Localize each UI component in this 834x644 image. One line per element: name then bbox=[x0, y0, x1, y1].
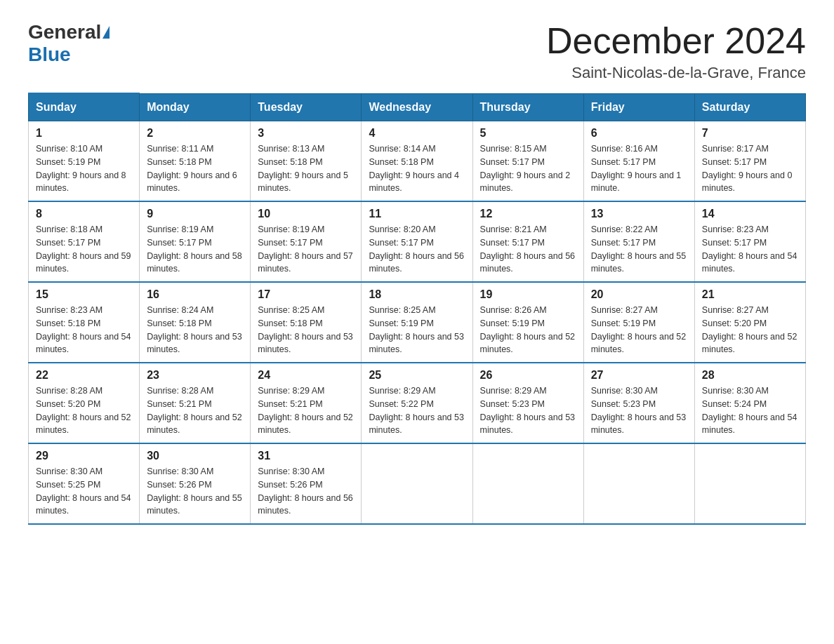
calendar-cell: 4 Sunrise: 8:14 AMSunset: 5:18 PMDayligh… bbox=[362, 121, 472, 202]
calendar-cell: 12 Sunrise: 8:21 AMSunset: 5:17 PMDaylig… bbox=[472, 201, 583, 282]
day-number: 9 bbox=[147, 208, 243, 220]
day-info: Sunrise: 8:24 AMSunset: 5:18 PMDaylight:… bbox=[147, 305, 242, 354]
day-number: 15 bbox=[36, 288, 132, 301]
calendar-cell: 17 Sunrise: 8:25 AMSunset: 5:18 PMDaylig… bbox=[251, 282, 362, 363]
calendar-cell bbox=[694, 443, 805, 524]
header-saturday: Saturday bbox=[694, 93, 805, 121]
day-info: Sunrise: 8:27 AMSunset: 5:20 PMDaylight:… bbox=[702, 305, 797, 354]
day-info: Sunrise: 8:16 AMSunset: 5:17 PMDaylight:… bbox=[591, 144, 682, 193]
calendar-cell: 30 Sunrise: 8:30 AMSunset: 5:26 PMDaylig… bbox=[140, 443, 251, 524]
day-info: Sunrise: 8:30 AMSunset: 5:24 PMDaylight:… bbox=[702, 386, 797, 435]
calendar-cell: 21 Sunrise: 8:27 AMSunset: 5:20 PMDaylig… bbox=[694, 282, 805, 363]
calendar-cell: 31 Sunrise: 8:30 AMSunset: 5:26 PMDaylig… bbox=[251, 443, 362, 524]
day-number: 27 bbox=[591, 369, 687, 382]
calendar-cell: 20 Sunrise: 8:27 AMSunset: 5:19 PMDaylig… bbox=[583, 282, 694, 363]
calendar-cell: 7 Sunrise: 8:17 AMSunset: 5:17 PMDayligh… bbox=[694, 121, 805, 202]
calendar-cell bbox=[472, 443, 583, 524]
day-number: 8 bbox=[36, 208, 132, 220]
location-subtitle: Saint-Nicolas-de-la-Grave, France bbox=[546, 64, 806, 82]
calendar-cell: 27 Sunrise: 8:30 AMSunset: 5:23 PMDaylig… bbox=[583, 363, 694, 443]
header-thursday: Thursday bbox=[472, 93, 583, 121]
day-info: Sunrise: 8:30 AMSunset: 5:25 PMDaylight:… bbox=[36, 467, 131, 516]
day-number: 12 bbox=[480, 208, 576, 220]
header-tuesday: Tuesday bbox=[251, 93, 362, 121]
calendar-cell: 1 Sunrise: 8:10 AMSunset: 5:19 PMDayligh… bbox=[29, 121, 140, 202]
weekday-header-row: Sunday Monday Tuesday Wednesday Thursday… bbox=[29, 93, 806, 121]
day-info: Sunrise: 8:25 AMSunset: 5:19 PMDaylight:… bbox=[369, 305, 464, 354]
month-title: December 2024 bbox=[546, 21, 806, 61]
calendar-cell: 16 Sunrise: 8:24 AMSunset: 5:18 PMDaylig… bbox=[140, 282, 251, 363]
calendar-week-3: 15 Sunrise: 8:23 AMSunset: 5:18 PMDaylig… bbox=[29, 282, 806, 363]
day-number: 11 bbox=[369, 208, 465, 220]
day-info: Sunrise: 8:29 AMSunset: 5:23 PMDaylight:… bbox=[480, 386, 576, 435]
day-info: Sunrise: 8:19 AMSunset: 5:17 PMDaylight:… bbox=[258, 224, 353, 274]
day-number: 5 bbox=[480, 127, 576, 140]
day-number: 31 bbox=[258, 450, 354, 462]
calendar-cell: 29 Sunrise: 8:30 AMSunset: 5:25 PMDaylig… bbox=[29, 443, 140, 524]
header-friday: Friday bbox=[583, 93, 694, 121]
day-number: 13 bbox=[591, 208, 687, 220]
day-number: 20 bbox=[591, 288, 687, 301]
day-number: 26 bbox=[480, 369, 576, 382]
calendar-cell: 11 Sunrise: 8:20 AMSunset: 5:17 PMDaylig… bbox=[362, 201, 472, 282]
day-number: 17 bbox=[258, 288, 354, 301]
calendar-cell: 19 Sunrise: 8:26 AMSunset: 5:19 PMDaylig… bbox=[472, 282, 583, 363]
logo-triangle-icon bbox=[102, 26, 110, 39]
calendar-week-5: 29 Sunrise: 8:30 AMSunset: 5:25 PMDaylig… bbox=[29, 443, 806, 524]
day-info: Sunrise: 8:30 AMSunset: 5:26 PMDaylight:… bbox=[147, 467, 242, 516]
calendar-cell: 18 Sunrise: 8:25 AMSunset: 5:19 PMDaylig… bbox=[362, 282, 472, 363]
calendar-cell: 15 Sunrise: 8:23 AMSunset: 5:18 PMDaylig… bbox=[29, 282, 140, 363]
day-info: Sunrise: 8:30 AMSunset: 5:26 PMDaylight:… bbox=[258, 467, 353, 516]
day-number: 16 bbox=[147, 288, 243, 301]
day-info: Sunrise: 8:18 AMSunset: 5:17 PMDaylight:… bbox=[36, 224, 131, 274]
day-info: Sunrise: 8:23 AMSunset: 5:17 PMDaylight:… bbox=[702, 224, 797, 274]
calendar-cell: 10 Sunrise: 8:19 AMSunset: 5:17 PMDaylig… bbox=[251, 201, 362, 282]
day-info: Sunrise: 8:25 AMSunset: 5:18 PMDaylight:… bbox=[258, 305, 353, 354]
calendar-cell: 22 Sunrise: 8:28 AMSunset: 5:20 PMDaylig… bbox=[29, 363, 140, 443]
day-number: 14 bbox=[702, 208, 798, 220]
calendar-cell: 3 Sunrise: 8:13 AMSunset: 5:18 PMDayligh… bbox=[251, 121, 362, 202]
calendar-cell: 14 Sunrise: 8:23 AMSunset: 5:17 PMDaylig… bbox=[694, 201, 805, 282]
calendar-cell: 5 Sunrise: 8:15 AMSunset: 5:17 PMDayligh… bbox=[472, 121, 583, 202]
day-info: Sunrise: 8:15 AMSunset: 5:17 PMDaylight:… bbox=[480, 144, 571, 193]
calendar-cell: 9 Sunrise: 8:19 AMSunset: 5:17 PMDayligh… bbox=[140, 201, 251, 282]
day-number: 24 bbox=[258, 369, 354, 382]
day-number: 23 bbox=[147, 369, 243, 382]
day-info: Sunrise: 8:10 AMSunset: 5:19 PMDaylight:… bbox=[36, 144, 126, 193]
logo-general-text: General bbox=[28, 21, 101, 43]
day-number: 2 bbox=[147, 127, 243, 140]
calendar-cell: 6 Sunrise: 8:16 AMSunset: 5:17 PMDayligh… bbox=[583, 121, 694, 202]
day-number: 30 bbox=[147, 450, 243, 462]
day-info: Sunrise: 8:22 AMSunset: 5:17 PMDaylight:… bbox=[591, 224, 687, 274]
calendar-cell: 13 Sunrise: 8:22 AMSunset: 5:17 PMDaylig… bbox=[583, 201, 694, 282]
calendar-cell: 23 Sunrise: 8:28 AMSunset: 5:21 PMDaylig… bbox=[140, 363, 251, 443]
day-info: Sunrise: 8:21 AMSunset: 5:17 PMDaylight:… bbox=[480, 224, 576, 274]
header-wednesday: Wednesday bbox=[362, 93, 472, 121]
day-info: Sunrise: 8:29 AMSunset: 5:22 PMDaylight:… bbox=[369, 386, 464, 435]
day-number: 1 bbox=[36, 127, 132, 140]
day-info: Sunrise: 8:28 AMSunset: 5:21 PMDaylight:… bbox=[147, 386, 242, 435]
header-monday: Monday bbox=[140, 93, 251, 121]
calendar-cell bbox=[583, 443, 694, 524]
day-number: 3 bbox=[258, 127, 354, 140]
day-number: 4 bbox=[369, 127, 465, 140]
calendar-cell: 26 Sunrise: 8:29 AMSunset: 5:23 PMDaylig… bbox=[472, 363, 583, 443]
day-number: 7 bbox=[702, 127, 798, 140]
day-number: 19 bbox=[480, 288, 576, 301]
calendar-cell: 24 Sunrise: 8:29 AMSunset: 5:21 PMDaylig… bbox=[251, 363, 362, 443]
day-number: 29 bbox=[36, 450, 132, 462]
page-header: General Blue December 2024 Saint-Nicolas… bbox=[28, 21, 806, 82]
day-number: 6 bbox=[591, 127, 687, 140]
calendar-cell: 28 Sunrise: 8:30 AMSunset: 5:24 PMDaylig… bbox=[694, 363, 805, 443]
calendar-week-2: 8 Sunrise: 8:18 AMSunset: 5:17 PMDayligh… bbox=[29, 201, 806, 282]
calendar-cell: 25 Sunrise: 8:29 AMSunset: 5:22 PMDaylig… bbox=[362, 363, 472, 443]
logo-blue-text: Blue bbox=[28, 43, 71, 65]
calendar-cell: 2 Sunrise: 8:11 AMSunset: 5:18 PMDayligh… bbox=[140, 121, 251, 202]
day-number: 25 bbox=[369, 369, 465, 382]
day-number: 28 bbox=[702, 369, 798, 382]
calendar-week-4: 22 Sunrise: 8:28 AMSunset: 5:20 PMDaylig… bbox=[29, 363, 806, 443]
calendar-cell bbox=[362, 443, 472, 524]
header-sunday: Sunday bbox=[29, 93, 140, 121]
day-info: Sunrise: 8:23 AMSunset: 5:18 PMDaylight:… bbox=[36, 305, 131, 354]
day-number: 10 bbox=[258, 208, 354, 220]
